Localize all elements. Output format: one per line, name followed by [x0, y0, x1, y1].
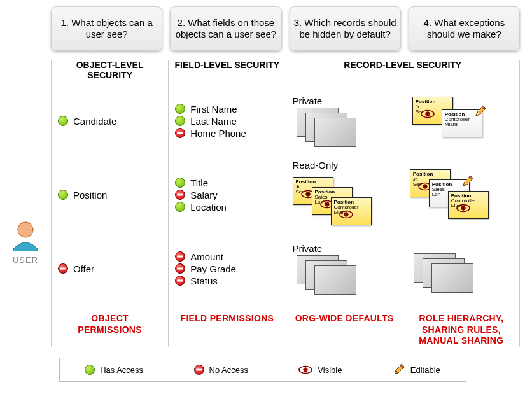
columns: Candidate Position Offer OBJECT PERMISSI…: [51, 80, 520, 347]
section-headers: OBJECT-LEVEL SECURITY FIELD-LEVEL SECURI…: [51, 60, 520, 80]
access-icon: [175, 104, 185, 114]
note-card-cluster: Position Jr. Sec Position Contoroller Mi…: [410, 95, 512, 146]
access-icon: [58, 116, 68, 126]
pencil-icon: [393, 363, 405, 376]
user-label: USER: [13, 255, 38, 265]
column-exceptions: Position Jr. Sec Position Contoroller Mi…: [403, 80, 520, 347]
footer-object: OBJECT PERMISSIONS: [58, 313, 162, 347]
field-item: Location: [175, 201, 279, 213]
legend-label: Visible: [318, 365, 342, 375]
legend-label: Has Access: [100, 365, 143, 375]
field-item: Salary: [175, 189, 279, 201]
legend-label: Editable: [410, 365, 440, 375]
noaccess-icon: [175, 128, 185, 138]
note-line: Miami: [445, 122, 479, 127]
object-item: Offer: [58, 263, 162, 275]
eye-icon: [339, 210, 353, 219]
record-mode-label: Private: [293, 243, 396, 254]
field-item: First Name: [175, 103, 279, 115]
noaccess-icon: [58, 263, 68, 274]
object-item: Position: [58, 189, 162, 201]
note-card-cluster: Position Jr. Sec Position Sales Lon: [293, 172, 395, 230]
legend-visible: Visible: [298, 365, 342, 375]
object-label: Candidate: [73, 116, 116, 127]
question-card-1: 1. What objects can a user see?: [51, 6, 162, 51]
record-mode-label: Private: [293, 95, 396, 106]
pencil-icon: [474, 105, 487, 118]
record-mode-label: Read-Only: [293, 160, 396, 171]
noaccess-icon: [175, 276, 185, 286]
noaccess-icon: [175, 190, 185, 200]
field-label: Amount: [190, 251, 223, 262]
legend-editable: Editable: [393, 363, 440, 376]
question-card-3: 3. Which records should be hidden by def…: [290, 6, 401, 51]
field-item: Amount: [175, 251, 279, 263]
field-label: Location: [190, 202, 227, 213]
main-grid: USER OBJECT-LEVEL SECURITY FIELD-LEVEL S…: [0, 51, 525, 347]
access-icon: [175, 202, 185, 212]
access-icon: [58, 190, 68, 200]
access-icon: [85, 365, 95, 375]
column-field-level: First Name Last Name Home Phone Title Sa…: [168, 80, 285, 347]
access-icon: [175, 178, 185, 188]
legend: Has Access No Access Visible Editable: [59, 358, 466, 382]
eye-icon: [298, 365, 312, 374]
noaccess-icon: [175, 251, 185, 262]
access-icon: [175, 116, 185, 126]
object-item: Candidate: [58, 115, 162, 127]
pencil-icon: [461, 175, 474, 188]
column-object-level: Candidate Position Offer OBJECT PERMISSI…: [51, 80, 168, 347]
eye-icon: [421, 109, 435, 118]
field-label: Home Phone: [190, 128, 246, 139]
legend-noaccess: No Access: [194, 365, 248, 375]
object-label: Offer: [73, 263, 94, 274]
question-card-4: 4. What exceptions should we make?: [409, 6, 520, 51]
footer-field: FIELD PERMISSIONS: [175, 313, 279, 347]
legend-label: No Access: [209, 365, 248, 375]
header-record-level: RECORD-LEVEL SECURITY: [286, 60, 521, 80]
grey-card-stack: [414, 253, 477, 293]
column-orgwide-defaults: Private Read-Only Position Jr. Sec: [286, 80, 403, 347]
grey-card-stack: [297, 108, 360, 147]
header-field-level: FIELD-LEVEL SECURITY: [168, 60, 285, 80]
field-label: Pay Grade: [190, 263, 236, 274]
field-label: First Name: [190, 104, 237, 115]
field-label: Last Name: [190, 116, 237, 127]
note-card-cluster: Position Jr. Sec Position Sales Lon: [410, 165, 512, 224]
field-label: Title: [190, 178, 208, 188]
field-label: Status: [190, 276, 218, 286]
object-label: Position: [73, 190, 107, 200]
grey-card-stack: [297, 255, 360, 295]
legend-access: Has Access: [85, 365, 143, 375]
field-item: Status: [175, 275, 279, 287]
footer-exceptions: ROLE HIERARCHY, SHARING RULES, MANUAL SH…: [410, 313, 513, 347]
question-row: 1. What objects can a user see? 2. What …: [0, 0, 525, 51]
eye-icon: [456, 204, 470, 213]
user-column: USER: [0, 60, 51, 347]
noaccess-icon: [175, 263, 185, 274]
field-item: Pay Grade: [175, 263, 279, 275]
header-object-level: OBJECT-LEVEL SECURITY: [51, 60, 168, 80]
noaccess-icon: [194, 365, 204, 375]
footer-orgwide: ORG-WIDE DEFAULTS: [293, 313, 396, 347]
field-label: Salary: [190, 190, 218, 200]
field-item: Home Phone: [175, 127, 279, 139]
field-item: Title: [175, 177, 279, 189]
field-item: Last Name: [175, 115, 279, 127]
user-avatar-icon: [10, 220, 41, 251]
question-card-2: 2. What fields on those objects can a us…: [170, 6, 281, 51]
